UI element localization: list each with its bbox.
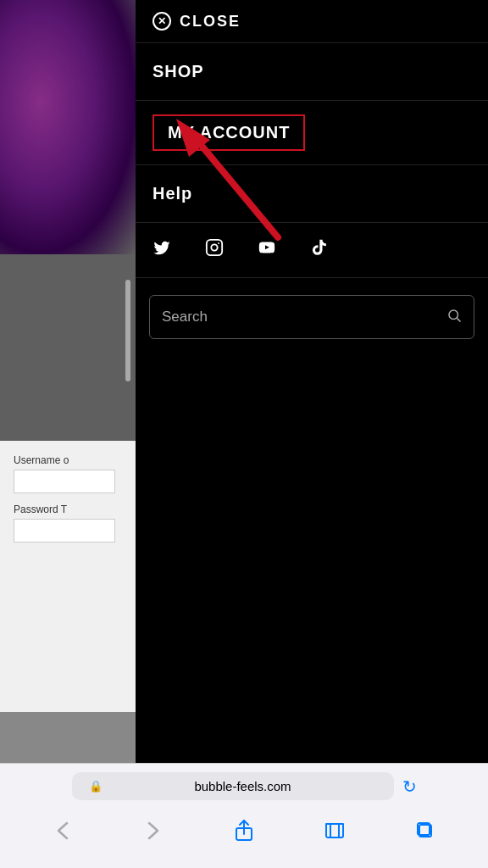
close-button-label[interactable]: CLOSE xyxy=(180,13,241,31)
svg-point-2 xyxy=(218,242,219,244)
svg-point-3 xyxy=(449,310,458,320)
url-bar-row: 🔒 bubble-feels.com ↻ xyxy=(0,764,488,809)
password-input-bg xyxy=(14,519,115,542)
youtube-icon[interactable] xyxy=(258,238,276,262)
search-placeholder: Search xyxy=(162,309,440,326)
browser-nav-bar xyxy=(0,809,488,860)
url-text: bubble-feels.com xyxy=(109,779,377,793)
search-bar[interactable]: Search xyxy=(149,295,474,339)
password-label: Password T xyxy=(14,504,122,515)
share-button[interactable] xyxy=(225,815,263,846)
bookmarks-button[interactable] xyxy=(316,815,353,846)
close-icon-circle: ✕ xyxy=(152,12,171,31)
close-row[interactable]: ✕ CLOSE xyxy=(136,0,488,43)
svg-rect-0 xyxy=(207,240,222,255)
tiktok-icon[interactable] xyxy=(310,238,329,262)
url-bar[interactable]: 🔒 bubble-feels.com xyxy=(72,772,394,800)
background-login-form: Username o Password T xyxy=(0,441,136,712)
back-button[interactable] xyxy=(44,815,81,846)
navigation-menu: ✕ CLOSE SHOP MY ACCOUNT Help xyxy=(136,0,488,763)
reload-button[interactable]: ↻ xyxy=(402,776,417,797)
scrollbar[interactable] xyxy=(125,280,130,381)
username-label: Username o xyxy=(14,454,122,466)
menu-item-my-account[interactable]: MY ACCOUNT xyxy=(152,114,305,151)
my-account-wrapper: MY ACCOUNT xyxy=(136,101,488,165)
search-icon xyxy=(446,308,462,327)
browser-bar: 🔒 bubble-feels.com ↻ xyxy=(0,763,488,868)
menu-item-shop[interactable]: SHOP xyxy=(136,43,488,101)
username-input-bg xyxy=(14,470,115,493)
background-overlay xyxy=(0,0,136,441)
social-icons-row xyxy=(136,223,488,278)
forward-button[interactable] xyxy=(135,815,172,846)
search-row: Search xyxy=(136,278,488,356)
instagram-icon[interactable] xyxy=(205,238,224,262)
lock-icon: 🔒 xyxy=(89,780,103,793)
svg-point-1 xyxy=(211,244,217,250)
close-x-mark: ✕ xyxy=(158,16,166,26)
tabs-button[interactable] xyxy=(407,815,444,846)
svg-line-4 xyxy=(457,318,460,321)
menu-item-help[interactable]: Help xyxy=(136,165,488,223)
twitter-icon[interactable] xyxy=(152,238,171,262)
